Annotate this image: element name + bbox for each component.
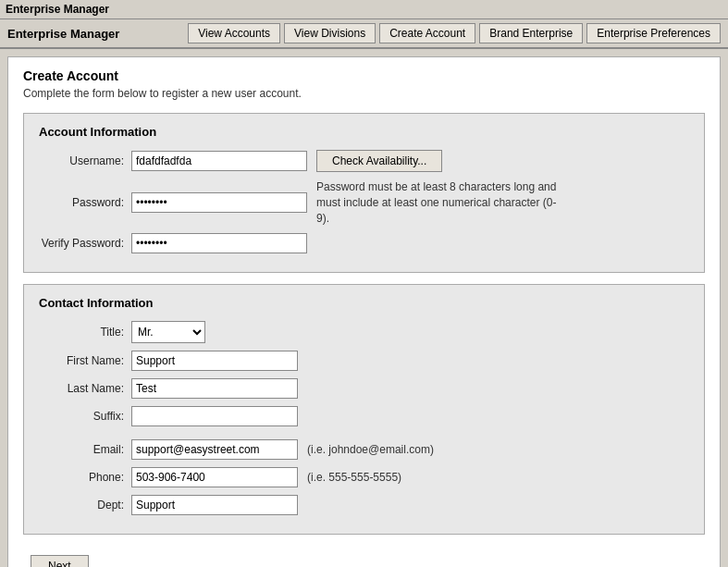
- phone-label: Phone:: [39, 471, 131, 484]
- view-divisions-button[interactable]: View Divisions: [284, 23, 376, 43]
- password-input[interactable]: [131, 192, 307, 213]
- title-bar: Enterprise Manager: [0, 0, 728, 19]
- email-hint: (i.e. johndoe@email.com): [307, 442, 434, 458]
- username-label: Username:: [39, 154, 131, 167]
- verify-password-label: Verify Password:: [39, 237, 131, 250]
- view-accounts-button[interactable]: View Accounts: [188, 23, 280, 43]
- title-row: Title: Mr. Mrs. Ms. Dr.: [39, 321, 689, 343]
- email-input[interactable]: [131, 439, 298, 460]
- suffix-label: Suffix:: [39, 410, 131, 423]
- email-label: Email:: [39, 443, 131, 456]
- brand-enterprise-button[interactable]: Brand Enterprise: [479, 23, 583, 43]
- suffix-input[interactable]: [131, 406, 298, 426]
- phone-input[interactable]: [131, 467, 298, 487]
- title-select[interactable]: Mr. Mrs. Ms. Dr.: [131, 321, 205, 343]
- password-row: Password: Password must be at least 8 ch…: [39, 179, 689, 226]
- check-availability-button[interactable]: Check Availability...: [316, 150, 442, 172]
- password-hint: Password must be at least 8 characters l…: [316, 179, 557, 226]
- lastname-row: Last Name:: [39, 378, 689, 399]
- lastname-input[interactable]: [131, 378, 298, 399]
- verify-password-input[interactable]: [131, 233, 307, 253]
- username-row: Username: Check Availability...: [39, 150, 689, 172]
- enterprise-preferences-button[interactable]: Enterprise Preferences: [586, 23, 721, 43]
- contact-section-title: Contact Information: [39, 296, 689, 310]
- header-title: Enterprise Manager: [7, 27, 184, 41]
- title-bar-label: Enterprise Manager: [6, 3, 109, 16]
- page-subtitle: Complete the form below to register a ne…: [23, 87, 705, 100]
- header: Enterprise Manager View Accounts View Di…: [0, 19, 728, 49]
- firstname-input[interactable]: [131, 351, 298, 371]
- email-row: Email: (i.e. johndoe@email.com): [39, 439, 689, 460]
- suffix-row: Suffix:: [39, 406, 689, 426]
- create-account-button[interactable]: Create Account: [379, 23, 475, 43]
- verify-password-row: Verify Password:: [39, 233, 689, 253]
- firstname-label: First Name:: [39, 354, 131, 367]
- lastname-label: Last Name:: [39, 382, 131, 395]
- phone-hint: (i.e. 555-555-5555): [307, 470, 401, 486]
- main-content: Create Account Complete the form below t…: [7, 56, 721, 567]
- title-field-label: Title:: [39, 326, 131, 339]
- dept-label: Dept:: [39, 499, 131, 512]
- next-button[interactable]: Next: [31, 555, 89, 567]
- firstname-row: First Name:: [39, 351, 689, 371]
- dept-row: Dept:: [39, 495, 689, 515]
- contact-information-section: Contact Information Title: Mr. Mrs. Ms. …: [23, 284, 705, 535]
- next-button-container: Next: [23, 546, 705, 567]
- dept-input[interactable]: [131, 495, 298, 515]
- username-input[interactable]: [131, 151, 307, 171]
- account-section-title: Account Information: [39, 125, 689, 139]
- password-label: Password:: [39, 196, 131, 209]
- page-title: Create Account: [23, 68, 705, 83]
- account-information-section: Account Information Username: Check Avai…: [23, 113, 705, 273]
- phone-row: Phone: (i.e. 555-555-5555): [39, 467, 689, 487]
